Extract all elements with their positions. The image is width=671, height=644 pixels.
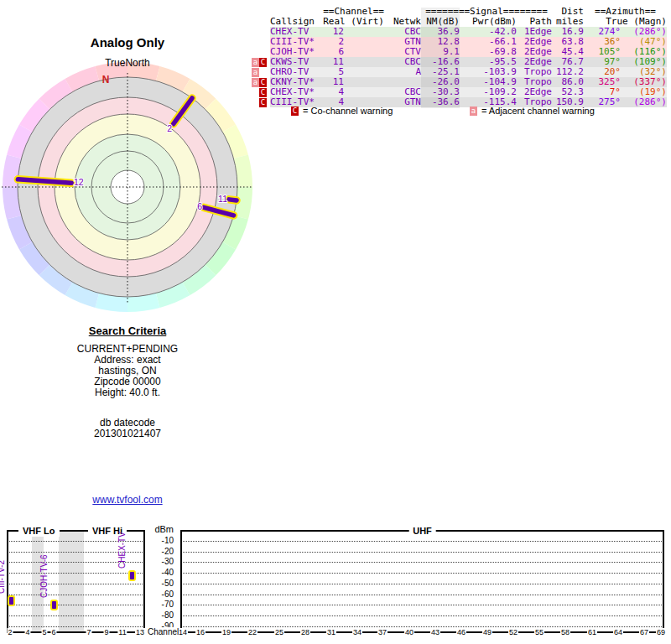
channel-tick-label: 25 xyxy=(274,628,284,637)
dbm-gridline xyxy=(9,605,143,605)
dbm-gridline xyxy=(9,626,143,627)
channel-tick-label: 52 xyxy=(508,628,518,637)
co-channel-warning-icon: C xyxy=(259,58,267,67)
frequency-gap-band xyxy=(59,532,84,631)
co-channel-warning-icon xyxy=(259,68,267,77)
channel-tick-label: 55 xyxy=(534,628,544,637)
station-vertical-label: CIII-TV-2 xyxy=(0,560,7,594)
search-criteria-block: Search Criteria CURRENT+PENDINGAddress: … xyxy=(44,325,211,439)
co-channel-warning-icon xyxy=(259,48,267,57)
uhf-label: UHF xyxy=(408,525,436,537)
channel-tick-label: 64 xyxy=(613,628,623,637)
dbm-gridline xyxy=(183,584,662,584)
channel-tick-label: 2 xyxy=(7,628,13,637)
true-north-label: TrueNorth xyxy=(105,57,150,69)
dbm-gridline xyxy=(183,615,662,616)
col-header-netwk: Netwk xyxy=(384,17,421,27)
tvfool-report: { "palette": { "purple_text": "#7A00B8",… xyxy=(0,0,671,644)
dbm-gridline xyxy=(183,573,662,574)
channel-tick-label: 69 xyxy=(656,628,666,637)
station-vertical-label: CJOH-TV-6 xyxy=(39,554,49,598)
channel-tick-label: 43 xyxy=(430,628,440,637)
search-criteria-title: Search Criteria xyxy=(44,325,211,336)
channel-tick-label: 9 xyxy=(103,628,109,637)
adjacent-channel-warning-icon xyxy=(252,48,259,57)
north-marker-label: N xyxy=(102,74,110,86)
adjacent-channel-warning-icon: a xyxy=(252,58,259,67)
signal-table-rows: CHEX-TV12CBC36.9-42.01Edge16.9274°(286°)… xyxy=(252,27,668,107)
site-link-wrapper: www.tvfool.com xyxy=(44,494,211,506)
station-channel-label: 6 xyxy=(197,201,202,211)
search-criteria-lines: CURRENT+PENDINGAddress: exacthastings, O… xyxy=(44,344,211,398)
cell-channel-virt xyxy=(344,87,384,97)
channel-tick-label: 13 xyxy=(135,628,145,637)
co-channel-warning-icon xyxy=(259,28,267,37)
channel-tick-label: 16 xyxy=(195,628,205,637)
row-stripe: CKNY-TV*11-26.0-104.9Tropo86.0325°(337°) xyxy=(270,77,667,87)
station-bar xyxy=(229,200,237,200)
station-channel-label: 2 xyxy=(167,123,172,133)
dbm-gridline xyxy=(9,573,143,574)
adjacent-channel-warning-icon: a xyxy=(252,78,259,87)
channel-tick-label: 4 xyxy=(24,628,30,637)
channel-tick-label: 6 xyxy=(50,628,56,637)
station-vertical-label: CHEX-TV xyxy=(117,532,127,569)
co-channel-warning-icon: C xyxy=(259,78,267,87)
channel-tick-label: 14 xyxy=(178,628,188,637)
cell-channel-virt xyxy=(344,27,384,37)
station-signal-marker xyxy=(8,595,15,606)
channel-tick-label: 34 xyxy=(352,628,362,637)
dbm-gridline xyxy=(183,541,662,542)
col-header-true-magn: True (Magn) xyxy=(584,17,667,27)
channel-tick-label: 46 xyxy=(456,628,466,637)
tvfool-link[interactable]: www.tvfool.com xyxy=(92,494,162,506)
co-channel-legend-text: = Co-channel warning xyxy=(303,106,393,116)
channel-tick-label: 58 xyxy=(560,628,570,637)
channel-tick-label: 37 xyxy=(377,628,388,637)
adjacent-channel-warning-icon xyxy=(252,28,259,37)
db-datecode-block: db datecode 201301021407 xyxy=(44,418,211,439)
col-header-miles: miles xyxy=(552,17,584,27)
vhf-lo-label: VHF Lo xyxy=(18,525,60,537)
adjacent-channel-warning-icon: a xyxy=(470,106,477,116)
dbm-gridline xyxy=(183,562,662,563)
station-signal-marker xyxy=(128,570,136,581)
channel-tick-label: 67 xyxy=(639,628,649,637)
channel-tick-label: 28 xyxy=(300,628,310,637)
adjacent-channel-warning-icon xyxy=(252,38,259,47)
station-signal-marker xyxy=(50,600,58,610)
station-channel-label: 12 xyxy=(74,177,84,187)
channel-tick-label: 31 xyxy=(326,628,336,637)
channel-tick-label: 7 xyxy=(86,628,91,637)
station-channel-label: 11 xyxy=(218,194,227,204)
dbm-gridline xyxy=(183,605,662,605)
cell-channel-virt xyxy=(344,77,384,87)
cell-channel-virt xyxy=(344,57,384,67)
channel-tick-label: 61 xyxy=(587,628,597,637)
warning-legend: C = Co-channel warning a = Adjacent chan… xyxy=(252,106,671,117)
cell-netwk: A xyxy=(384,67,421,77)
col-header-callsign: Callsign xyxy=(270,17,322,27)
polar-coverage-chart: TrueNorthN212611 xyxy=(0,25,256,314)
adjacent-channel-legend-item: a = Adjacent channel warning xyxy=(470,106,595,116)
dbm-gridline xyxy=(9,595,143,595)
uhf-panel: UHF xyxy=(180,530,664,633)
adjacent-channel-legend-text: = Adjacent channel warning xyxy=(481,106,595,116)
co-channel-legend-item: C = Co-channel warning xyxy=(291,106,393,116)
channel-tick-label: 49 xyxy=(482,628,492,637)
adjacent-channel-warning-icon: a xyxy=(252,68,259,77)
db-datecode-value: 201301021407 xyxy=(44,428,211,439)
adjacent-channel-warning-icon xyxy=(252,88,259,97)
channel-tick-label: 19 xyxy=(221,628,231,637)
dbm-axis-label: dBm xyxy=(126,524,174,534)
channel-tick-label: 11 xyxy=(117,628,127,637)
channel-axis-label: Channel xyxy=(148,627,179,636)
channel-tick-label: 5 xyxy=(41,628,47,637)
dbm-gridline xyxy=(183,626,662,627)
col-header-path: Path xyxy=(517,17,552,27)
cell-channel-virt xyxy=(344,47,384,57)
co-channel-warning-icon: C xyxy=(291,106,299,116)
signal-table: ==Channel== ========Signal======== Dist … xyxy=(252,7,668,107)
search-criteria-line: Height: 40.0 ft. xyxy=(44,387,211,398)
col-header-nm: NM(dB) xyxy=(421,17,460,27)
